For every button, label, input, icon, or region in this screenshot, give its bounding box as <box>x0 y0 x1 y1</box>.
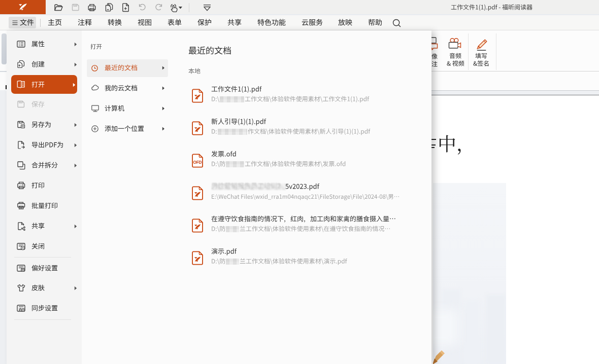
svg-text:OFD: OFD <box>193 160 202 165</box>
